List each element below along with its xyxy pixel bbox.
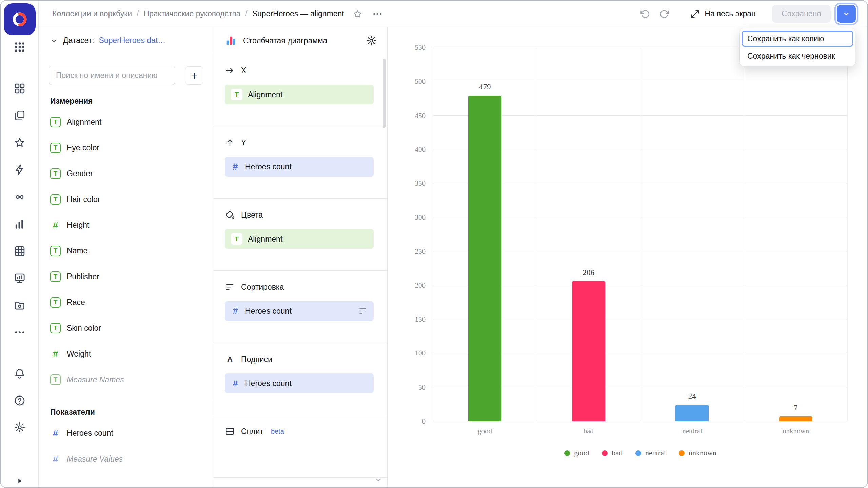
y-axis-label: 50 bbox=[388, 383, 426, 391]
bar-value-label: 24 bbox=[640, 392, 744, 401]
dataset-field[interactable]: #Height bbox=[39, 212, 213, 238]
app-window: Коллекции и воркбуки/Практические руково… bbox=[0, 0, 868, 488]
left-rail bbox=[1, 1, 39, 487]
config-section-labels: AПодписи#Heroes count bbox=[213, 343, 387, 415]
legend-dot bbox=[564, 450, 570, 456]
undo-icon[interactable] bbox=[640, 9, 650, 19]
save-options-button[interactable] bbox=[837, 5, 856, 23]
collapse-dataset-icon[interactable] bbox=[50, 36, 58, 45]
fullscreen-button[interactable]: На весь экран bbox=[690, 9, 756, 19]
dataset-link[interactable]: SuperHeroes dat… bbox=[99, 36, 165, 45]
text-field-icon: T bbox=[50, 374, 61, 385]
dataset-field[interactable]: TPublisher bbox=[39, 264, 213, 289]
chart-column: 24 bbox=[640, 47, 744, 421]
sort-icon[interactable] bbox=[358, 306, 368, 316]
expand-sidebar-button[interactable] bbox=[16, 477, 23, 486]
add-field-button[interactable]: + bbox=[185, 66, 203, 85]
dataset-field[interactable]: TMeasure Names bbox=[39, 367, 213, 392]
sidebar-monitor-icon[interactable] bbox=[9, 268, 31, 289]
scrollbar-thumb[interactable] bbox=[383, 59, 386, 128]
number-field-icon: # bbox=[231, 162, 240, 172]
text-field-icon: T bbox=[231, 89, 242, 100]
section-title: Цвета bbox=[241, 210, 263, 220]
arrow-up-icon bbox=[225, 138, 235, 148]
breadcrumb-item[interactable]: Практические руководства bbox=[143, 9, 240, 18]
dataset-field[interactable]: TEye color bbox=[39, 135, 213, 161]
sort-icon bbox=[225, 282, 235, 292]
apps-grid-icon[interactable] bbox=[9, 37, 31, 58]
y-axis-label: 200 bbox=[388, 281, 426, 289]
sidebar-bell-icon[interactable] bbox=[9, 363, 31, 384]
sidebar-connections-icon[interactable] bbox=[9, 186, 31, 207]
dataset-field[interactable]: #Weight bbox=[39, 341, 213, 367]
sidebar-charts-icon[interactable] bbox=[9, 214, 31, 235]
legend-item[interactable]: unknown bbox=[679, 449, 716, 458]
config-section-colors: ЦветаTAlignment bbox=[213, 199, 387, 271]
column-chart-icon[interactable] bbox=[225, 35, 237, 47]
legend-item[interactable]: bad bbox=[602, 449, 623, 458]
bar-series: 479206247 bbox=[433, 47, 848, 421]
favorite-star-icon[interactable] bbox=[352, 9, 362, 19]
dataset-field[interactable]: TRace bbox=[39, 289, 213, 315]
field-search-row: + bbox=[39, 54, 213, 85]
menu-item[interactable]: Сохранить как черновик bbox=[742, 48, 853, 64]
redo-icon[interactable] bbox=[659, 9, 669, 19]
field-name: Measure Values bbox=[67, 454, 123, 464]
dataset-field[interactable]: TGender bbox=[39, 161, 213, 186]
search-input[interactable] bbox=[49, 66, 175, 85]
rail-bottom-group bbox=[9, 363, 31, 438]
chip-field-name: Heroes count bbox=[245, 162, 368, 171]
sidebar-datasets-icon[interactable] bbox=[9, 241, 31, 262]
number-field-icon: # bbox=[231, 306, 240, 317]
sidebar-favorites-icon[interactable] bbox=[9, 132, 31, 153]
sidebar-quick-actions-icon[interactable] bbox=[9, 159, 31, 180]
section-title: Подписи bbox=[241, 355, 272, 364]
field-chip[interactable]: TAlignment bbox=[225, 85, 374, 104]
bar-neutral[interactable] bbox=[675, 405, 709, 421]
y-axis-label: 450 bbox=[388, 111, 426, 120]
saved-button[interactable]: Сохранено bbox=[772, 5, 831, 23]
letter-a-icon: A bbox=[225, 354, 235, 364]
chart-settings-gear-icon[interactable] bbox=[366, 35, 377, 46]
bar-bad[interactable] bbox=[572, 281, 605, 421]
field-name: Name bbox=[67, 246, 87, 256]
field-name: Skin color bbox=[67, 324, 101, 333]
bar-unknown[interactable] bbox=[779, 416, 812, 421]
breadcrumb-item[interactable]: SuperHeroes — alignment bbox=[252, 9, 344, 18]
sidebar-collections-icon[interactable] bbox=[9, 105, 31, 126]
field-chip[interactable]: #Heroes count bbox=[225, 157, 374, 177]
breadcrumb-item[interactable]: Коллекции и воркбуки bbox=[52, 9, 132, 18]
section-header: Цвета bbox=[225, 209, 374, 221]
sidebar-storage-icon[interactable] bbox=[9, 295, 31, 316]
field-chip[interactable]: #Heroes count bbox=[225, 373, 374, 393]
sidebar-help-icon[interactable] bbox=[9, 390, 31, 411]
dataset-field[interactable]: TAlignment bbox=[39, 109, 213, 135]
field-name: Alignment bbox=[67, 118, 101, 127]
y-axis-label: 250 bbox=[388, 247, 426, 256]
sidebar-more-icon[interactable] bbox=[9, 322, 31, 343]
field-chip[interactable]: #Heroes count bbox=[225, 301, 374, 321]
dataset-field[interactable]: #Measure Values bbox=[39, 446, 213, 472]
legend-dot bbox=[602, 450, 608, 456]
number-field-icon: # bbox=[50, 454, 61, 464]
dataset-field[interactable]: #Heroes count bbox=[39, 420, 213, 446]
breadcrumb-separator: / bbox=[245, 9, 247, 18]
x-axis-label: good bbox=[433, 427, 537, 435]
dataset-label: Датасет: bbox=[63, 36, 94, 45]
more-actions-icon[interactable] bbox=[372, 8, 383, 19]
scroll-down-chevron-icon bbox=[374, 476, 382, 484]
dataset-field[interactable]: TName bbox=[39, 238, 213, 264]
field-chip[interactable]: TAlignment bbox=[225, 229, 374, 249]
dataset-field[interactable]: THair color bbox=[39, 186, 213, 212]
menu-item[interactable]: Сохранить как копию bbox=[742, 30, 853, 47]
legend-item[interactable]: neutral bbox=[635, 449, 666, 458]
sidebar-gear-icon[interactable] bbox=[9, 417, 31, 438]
legend-item[interactable]: good bbox=[564, 449, 589, 458]
sidebar-workbooks-icon[interactable] bbox=[9, 78, 31, 99]
dataset-field[interactable]: TSkin color bbox=[39, 315, 213, 341]
datalens-logo[interactable] bbox=[4, 3, 36, 35]
field-name: Gender bbox=[67, 169, 93, 178]
y-axis-label: 550 bbox=[388, 43, 426, 52]
chart-legend: goodbadneutralunknown bbox=[433, 449, 848, 458]
bar-good[interactable] bbox=[468, 96, 501, 421]
